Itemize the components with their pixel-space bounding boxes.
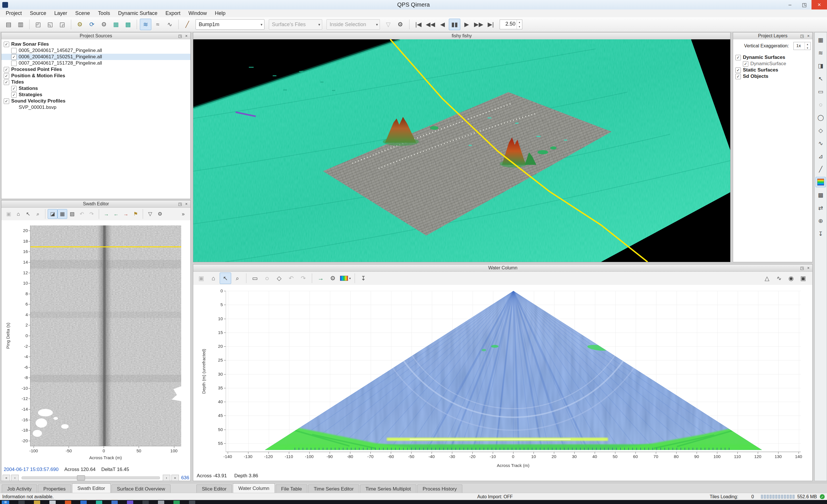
show-slice-toggle-icon[interactable]: ≈ [152,19,163,30]
play-button[interactable]: ▶ [461,19,472,30]
add-processed-points-icon[interactable]: ◱ [45,19,56,30]
stacked-view-icon[interactable]: △ [761,272,773,284]
panel-title-bar[interactable]: Water Column ◳× [193,264,812,272]
checkbox[interactable] [11,48,17,53]
taskbar-app-5[interactable] [81,501,87,504]
spin-down-icon[interactable]: ▾ [517,24,522,29]
export-image-icon[interactable]: ↧ [358,272,369,284]
taskbar-app-9[interactable] [142,501,149,504]
menu-help[interactable]: Help [211,10,230,17]
first-ping-button[interactable]: « [3,475,10,481]
home-view-icon[interactable]: ⌂ [13,209,23,219]
select-circle-icon[interactable]: ◯ [816,112,826,122]
taskbar-app-12[interactable] [189,501,195,504]
panel-title-bar[interactable]: Project Sources ◳× [1,33,190,40]
playback-speed-spinner[interactable]: 2.50 ▴ ▾ [500,19,522,29]
measure-tool-icon[interactable]: ⊿ [816,151,826,161]
new-project-icon[interactable]: ▤ [3,19,14,30]
next-ping-button[interactable]: › [163,475,170,481]
overflow-icon[interactable]: » [178,209,188,219]
select-lasso-icon[interactable]: ◌ [816,99,826,110]
tree-item-dynamicsurface[interactable]: ✓DynamicSurface [733,61,812,67]
dynamic-surface-icon[interactable]: ▦ [110,19,122,30]
float-panel-icon[interactable]: ◳ [799,33,805,39]
tree-item-0007-20040617-151728-pingeline-all[interactable]: 0007_20040617_151728_Pingeline.all [1,60,190,66]
checkbox[interactable]: ✓ [4,80,9,85]
fast-forward-button[interactable]: ▶▶ [473,19,484,30]
tab-time-series-multiplot[interactable]: Time Series Multiplot [360,485,417,493]
checkbox[interactable]: ✓ [4,67,9,72]
select-rect-icon[interactable]: ▭ [249,272,261,284]
accept-forward-icon[interactable]: → [101,209,111,219]
capture-icon[interactable]: ▣ [797,272,809,284]
preprocess-icon[interactable]: ⚙ [74,19,86,30]
pick-beam-icon[interactable]: → [315,272,327,284]
checkbox[interactable]: ✓ [735,55,741,60]
reject-tool-icon[interactable]: ◪ [48,209,57,219]
taskbar-app-10[interactable] [158,501,164,504]
reject-forward-icon[interactable]: → [121,209,131,219]
spin-up-icon[interactable]: ▴ [805,42,810,46]
menu-layer[interactable]: Layer [50,10,71,17]
layout-grid-icon[interactable]: ▦ [816,35,826,45]
panel-title-bar[interactable]: Swath Editor ◳× [1,200,190,208]
checkbox[interactable]: ✓ [11,54,17,60]
scene-3d-viewport[interactable] [193,39,730,262]
tab-time-series-editor[interactable]: Time Series Editor [308,485,359,493]
start-button[interactable]: ⊞ [2,501,9,504]
checkbox[interactable]: ✓ [11,86,17,91]
beam-lines-icon[interactable]: ∿ [773,272,785,284]
move-tool-icon[interactable]: ⊕ [816,216,826,226]
panel-title-bar[interactable]: fishy fishy [193,33,730,40]
minimize-button[interactable]: – [783,0,797,9]
step-back-button[interactable]: ◀ [437,19,448,30]
spin-up-icon[interactable]: ▴ [517,20,522,24]
grid-3d-icon[interactable]: ▩ [816,190,826,200]
last-ping-button[interactable]: » [172,475,179,481]
menu-scene[interactable]: Scene [71,10,94,17]
static-surface-icon[interactable]: ▩ [122,19,134,30]
menu-dynamic-surface[interactable]: Dynamic Surface [114,10,161,17]
select-polygon-icon[interactable]: ◇ [273,272,285,284]
tree-item-0005-20040617-145627-pingeline-all[interactable]: 0005_20040617_145627_Pingeline.all [1,47,190,54]
float-panel-icon[interactable]: ◳ [799,265,805,270]
taskbar-app-7[interactable] [111,501,118,504]
checkbox[interactable]: ✓ [4,99,9,104]
accept-back-icon[interactable]: ← [111,209,121,219]
menu-window[interactable]: Window [184,10,211,17]
checkbox[interactable]: ✓ [4,42,9,47]
vertical-exaggeration-spinner[interactable]: 1x ▴ ▾ [793,42,811,50]
taskbar-app-2[interactable] [34,501,40,504]
tab-properties[interactable]: Properties [38,485,71,493]
float-panel-icon[interactable]: ◳ [177,33,183,39]
water-column-fan-plot[interactable] [226,291,801,452]
export-view-icon[interactable]: ↧ [816,229,826,239]
checkbox[interactable]: ✓ [743,61,748,67]
menu-project[interactable]: Project [2,10,26,17]
checkbox[interactable]: ✓ [4,73,9,79]
ping-filter-icon[interactable]: ▽ [145,209,155,219]
shade-view-icon[interactable]: ◨ [816,61,826,71]
taskbar-app-11[interactable] [174,501,180,504]
profile-tool-icon[interactable]: ∿ [816,138,826,148]
zoom-tool-icon[interactable]: ⌕ [33,209,43,219]
edit-profile-icon[interactable]: ╱ [182,19,193,30]
pointer-tool-icon[interactable]: ↖ [23,209,33,219]
tab-swath-editor[interactable]: Swath Editor [72,483,110,493]
show-points-toggle-icon[interactable]: ∿ [164,19,176,30]
rewind-button[interactable]: ◀◀ [425,19,436,30]
pause-button[interactable]: ▮▮ [449,19,460,30]
menu-source[interactable]: Source [26,10,50,17]
compare-surfaces-icon[interactable]: ⇄ [816,203,826,213]
ping-slider[interactable] [21,476,160,479]
tree-item-dynamic-surfaces[interactable]: ✓Dynamic Surfaces [733,54,812,61]
tree-item-svp-00001-bsvp[interactable]: SVP_00001.bsvp [1,104,190,110]
accept-tool-icon[interactable]: ▦ [57,209,67,219]
select-polygon-icon[interactable]: ◇ [816,125,826,136]
open-project-icon[interactable]: ▥ [15,19,27,30]
reprocess-icon[interactable]: ⟳ [86,19,98,30]
tab-slice-editor[interactable]: Slice Editor [196,485,232,493]
active-surface-combo[interactable]: Bump1m ▾ [196,19,264,30]
close-button[interactable]: × [812,0,827,9]
taskbar-app-6[interactable] [96,501,102,504]
